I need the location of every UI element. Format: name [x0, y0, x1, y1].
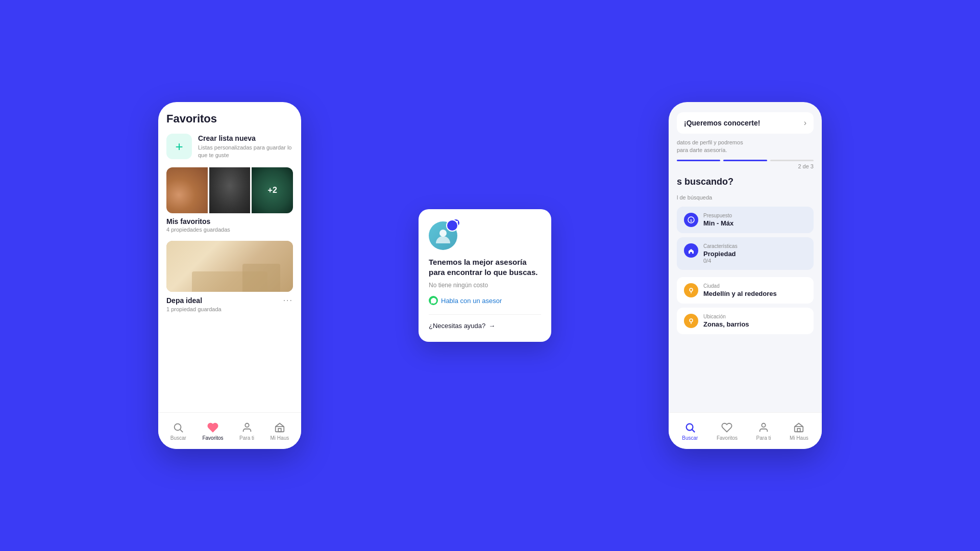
presupuesto-text: Presupuesto Min - Máx [703, 213, 733, 227]
svg-rect-13 [795, 427, 803, 432]
progress-seg-1 [677, 160, 720, 161]
person-icon-2 [757, 421, 770, 434]
bottom-nav-phone2: Buscar Favoritos Para ti [669, 412, 822, 449]
money-icon: $ [684, 213, 698, 227]
bottom-nav-phone1: Buscar Favoritos Para ti [158, 412, 301, 449]
phone2-header[interactable]: ¡Queremos conocerte! › [677, 112, 814, 134]
divider [429, 314, 541, 315]
depa-title: Depa ideal [166, 296, 202, 305]
search-type-label: l de búsqueda [677, 194, 814, 201]
svg-point-0 [175, 423, 181, 430]
advisor-popup: Tenemos la mejor asesoría para encontrar… [419, 209, 551, 342]
home-icon-2 [793, 421, 805, 434]
svg-line-1 [180, 430, 183, 432]
home-icon [274, 421, 286, 434]
nav-buscar[interactable]: Buscar [170, 421, 186, 441]
page-title: Favoritos [166, 112, 293, 126]
chat-bubble-icon [451, 218, 460, 228]
whatsapp-icon [429, 296, 438, 305]
progress-seg-2 [723, 160, 767, 161]
phone-favoritos: Favoritos + Crear lista nueva Listas per… [158, 102, 301, 449]
ubicacion-text: Ubicación Zonas, barrios [703, 314, 749, 328]
svg-point-2 [245, 423, 249, 427]
three-dots-menu[interactable]: ··· [283, 296, 293, 305]
svg-point-8 [690, 288, 693, 291]
nav-para-ti[interactable]: Para ti [239, 421, 254, 441]
search-icon [172, 421, 184, 434]
svg-point-12 [762, 423, 765, 427]
advisor-subtitle: No tiene ningún costo [429, 282, 541, 289]
mis-favoritos-title: Mis favoritos [166, 217, 293, 226]
phone-search: ¡Queremos conocerte! › datos de perfil y… [669, 102, 822, 449]
ubicacion-card[interactable]: Ubicación Zonas, barrios [677, 308, 814, 334]
city-icon [684, 283, 698, 297]
svg-point-10 [686, 423, 693, 430]
location-cards: Ciudad Medellín y al rededores Ubicación… [677, 277, 814, 334]
nav2-mi-haus[interactable]: Mi Haus [790, 421, 808, 441]
svg-point-5 [439, 230, 447, 237]
search-question: s buscando? [677, 177, 814, 187]
fav-image-1 [166, 167, 208, 213]
mis-favoritos-section[interactable]: +2 Mis favoritos 4 propiedades guardadas [166, 167, 293, 233]
favorites-images: +2 [166, 167, 293, 213]
fav-image-2 [209, 167, 251, 213]
ciudad-card[interactable]: Ciudad Medellín y al rededores [677, 277, 814, 304]
scene: Favoritos + Crear lista nueva Listas per… [158, 56, 822, 495]
nav2-favoritos-label: Favoritos [717, 435, 738, 441]
create-list-icon: + [166, 134, 192, 159]
nav2-mi-haus-label: Mi Haus [790, 435, 808, 441]
nav-para-ti-label: Para ti [239, 435, 254, 441]
fav-image-3: +2 [252, 167, 293, 213]
ciudad-text: Ciudad Medellín y al rededores [703, 283, 777, 297]
nav2-para-ti-label: Para ti [756, 435, 771, 441]
nav-favoritos-label: Favoritos [202, 435, 223, 441]
location-icon [684, 314, 698, 328]
caracteristicas-text: Características Propiedad 0/4 [703, 243, 738, 264]
search-icon-2 [684, 421, 696, 434]
depa-subtitle: 1 propiedad guardada [166, 306, 293, 312]
create-list-text: Crear lista nueva Listas personalizadas … [198, 134, 293, 159]
depa-image [166, 241, 293, 292]
mis-favoritos-subtitle: 4 propiedades guardadas [166, 227, 293, 233]
depa-ideal-section[interactable]: Depa ideal ··· 1 propiedad guardada [166, 241, 293, 312]
middle-section: Tenemos la mejor asesoría para encontrar… [301, 56, 669, 495]
progress-label: 2 de 3 [677, 163, 814, 169]
nav-mi-haus[interactable]: Mi Haus [271, 421, 289, 441]
progress-bar [677, 160, 814, 161]
nav-buscar-label: Buscar [170, 435, 186, 441]
nav-favoritos[interactable]: Favoritos [202, 421, 223, 441]
svg-line-11 [692, 430, 695, 432]
phone2-header-title: ¡Queremos conocerte! [684, 119, 760, 127]
advisor-avatar [429, 221, 457, 250]
caracteristicas-card[interactable]: Características Propiedad 0/4 [677, 237, 814, 270]
nav2-buscar-label: Buscar [682, 435, 698, 441]
home-features-icon [684, 243, 698, 258]
whatsapp-link[interactable]: Habla con un asesor [429, 296, 541, 305]
nav2-buscar[interactable]: Buscar [682, 421, 698, 441]
heart-icon [207, 421, 219, 434]
person-icon [241, 421, 253, 434]
heart-icon-2 [721, 421, 733, 434]
nav-mi-haus-label: Mi Haus [271, 435, 289, 441]
svg-rect-3 [276, 427, 284, 432]
phone2-subtitle: datos de perfil y podremos para darte as… [677, 139, 814, 155]
svg-rect-14 [798, 428, 801, 431]
svg-rect-4 [278, 428, 281, 431]
nav2-para-ti[interactable]: Para ti [756, 421, 771, 441]
nav2-favoritos[interactable]: Favoritos [717, 421, 738, 441]
depa-title-row: Depa ideal ··· [166, 296, 293, 305]
create-list-card[interactable]: + Crear lista nueva Listas personalizada… [166, 134, 293, 159]
phone2-content: ¡Queremos conocerte! › datos de perfil y… [669, 102, 822, 412]
advisor-title: Tenemos la mejor asesoría para encontrar… [429, 257, 541, 278]
search-cards: $ Presupuesto Min - Máx C [677, 207, 814, 270]
svg-text:$: $ [690, 218, 693, 223]
presupuesto-card[interactable]: $ Presupuesto Min - Máx [677, 207, 814, 233]
progress-seg-3 [770, 160, 814, 161]
chevron-right-icon: › [804, 118, 806, 128]
svg-point-9 [690, 319, 693, 322]
help-link[interactable]: ¿Necesitas ayuda? → [429, 322, 541, 330]
phone1-content: Favoritos + Crear lista nueva Listas per… [158, 102, 301, 412]
